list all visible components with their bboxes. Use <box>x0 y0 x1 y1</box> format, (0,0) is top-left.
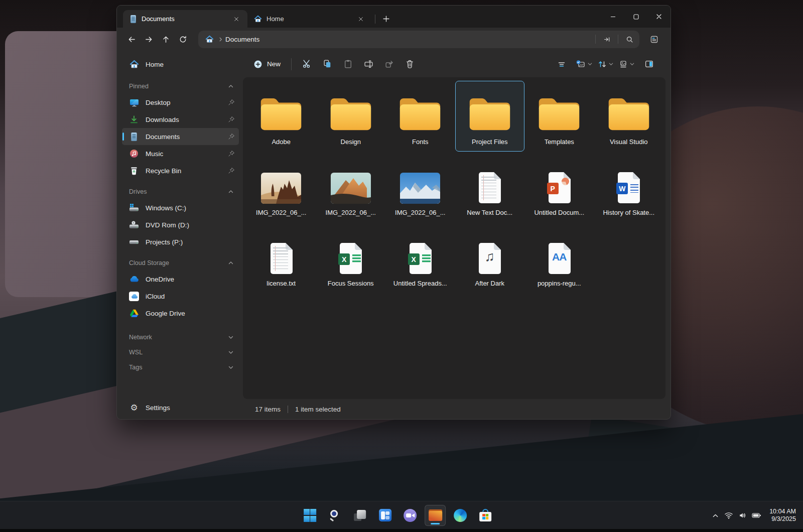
sidebar-item-projects-p[interactable]: Projects (P:) <box>122 233 239 250</box>
sidebar-item-music[interactable]: Music <box>122 145 239 162</box>
file-name: Focus Sessions <box>328 280 374 287</box>
sidebar-item-recycle-bin[interactable]: Recycle Bin <box>122 162 239 179</box>
excel-file[interactable]: X Focus Sessions <box>316 222 386 293</box>
widgets-button[interactable] <box>374 505 395 526</box>
new-tab-button[interactable] <box>378 12 393 25</box>
image-file[interactable]: IMG_2022_06_... <box>316 152 386 222</box>
drive-dvd-icon <box>129 220 139 230</box>
store-button[interactable] <box>475 505 496 526</box>
folder-design[interactable]: Design <box>316 81 386 152</box>
chat-button[interactable] <box>399 505 421 526</box>
sidebar-item-documents[interactable]: Documents <box>122 128 239 145</box>
excel-file[interactable]: X Untitled Spreads... <box>385 222 455 293</box>
back-button[interactable] <box>123 31 140 47</box>
sidebar-section-network[interactable]: Network <box>122 330 239 345</box>
text-file[interactable]: license.txt <box>246 222 316 293</box>
start-button[interactable] <box>299 505 320 526</box>
gear-icon: ⚙ <box>129 403 139 413</box>
clock[interactable]: 10:04 AM 9/3/2025 <box>769 508 796 523</box>
sidebar-item-settings[interactable]: ⚙ Settings <box>122 399 239 416</box>
tab-divider <box>375 15 375 24</box>
plus-circle-icon <box>253 60 262 69</box>
sidebar-section-tags[interactable]: Tags <box>122 360 239 375</box>
sidebar-item-windows-c[interactable]: Windows (C:) <box>122 199 239 216</box>
copy-button[interactable] <box>318 56 337 73</box>
folder-fonts[interactable]: Fonts <box>385 81 455 152</box>
tab-label: Documents <box>142 15 226 23</box>
powerpoint-file[interactable]: P Untitled Docum... <box>524 152 594 222</box>
folder-visual-studio[interactable]: Visual Studio <box>594 81 664 152</box>
cut-button[interactable] <box>298 56 316 73</box>
sidebar-item-google-drive[interactable]: Google Drive <box>122 305 239 322</box>
chevron-down-icon <box>608 61 614 67</box>
address-bar[interactable]: Documents <box>198 31 639 48</box>
tab-home[interactable]: Home <box>247 10 372 28</box>
sidebar-section-pinned[interactable]: Pinned <box>122 79 239 94</box>
folder-adobe[interactable]: Adobe <box>246 81 316 152</box>
widgets-icon <box>379 509 391 521</box>
sort-button[interactable] <box>598 60 614 69</box>
file-explorer-button[interactable] <box>425 505 446 526</box>
sidebar-item-home[interactable]: Home <box>122 56 239 73</box>
paste-button[interactable] <box>339 56 357 73</box>
share-button[interactable] <box>380 56 398 73</box>
sidebar-section-drives[interactable]: Drives <box>122 184 239 199</box>
folder-project-files-selected[interactable]: Project Files <box>455 81 525 152</box>
status-center-icon[interactable] <box>645 31 662 47</box>
minimize-button[interactable] <box>601 6 624 28</box>
files-app-icon <box>429 509 442 521</box>
preview-pane-toggle[interactable] <box>640 56 658 73</box>
close-tab-icon[interactable] <box>230 13 242 25</box>
sidebar-item-dvd-d[interactable]: DVD Rom (D:) <box>122 216 239 233</box>
sidebar: Home Pinned Desktop Downloads <box>117 51 243 419</box>
rename-icon <box>364 59 373 69</box>
maximize-button[interactable] <box>624 6 647 28</box>
wifi-icon[interactable] <box>724 511 733 519</box>
window-body: Home Pinned Desktop Downloads <box>117 51 671 419</box>
excel-file-icon: X <box>337 242 364 275</box>
word-file[interactable]: W History of Skate... <box>594 152 664 222</box>
show-hidden-icons-button[interactable] <box>712 512 719 519</box>
sidebar-item-onedrive[interactable]: OneDrive <box>122 271 239 288</box>
edge-button[interactable] <box>450 505 471 526</box>
task-view-button[interactable] <box>349 505 370 526</box>
tab-documents[interactable]: Documents <box>123 10 247 28</box>
image-file[interactable]: IMG_2022_06_... <box>385 152 455 222</box>
go-to-icon[interactable] <box>600 32 614 46</box>
chevron-right-icon <box>218 37 223 42</box>
close-tab-icon[interactable] <box>355 13 367 25</box>
rename-button[interactable] <box>359 56 378 73</box>
drive-windows-icon <box>129 203 139 213</box>
text-file[interactable]: New Text Doc... <box>455 152 525 222</box>
battery-icon[interactable] <box>752 511 761 519</box>
sidebar-item-desktop[interactable]: Desktop <box>122 94 239 111</box>
refresh-button[interactable] <box>174 31 191 47</box>
folder-templates[interactable]: Templates <box>524 81 594 152</box>
new-button[interactable]: New <box>249 56 285 73</box>
sidebar-item-label: Desktop <box>146 99 221 106</box>
word-file-icon: W <box>615 171 642 204</box>
plus-icon <box>383 16 389 22</box>
forward-button[interactable] <box>140 31 157 47</box>
folder-icon <box>328 95 374 133</box>
sidebar-item-icloud[interactable]: iCloud <box>122 288 239 305</box>
search-button[interactable] <box>324 505 345 526</box>
sidebar-section-wsl[interactable]: WSL <box>122 345 239 360</box>
select-view-button[interactable] <box>576 60 593 69</box>
close-button[interactable] <box>647 6 671 28</box>
volume-icon[interactable] <box>738 511 747 519</box>
audio-file[interactable]: ♫ After Dark <box>455 222 525 293</box>
delete-button[interactable] <box>400 56 419 73</box>
layout-button[interactable] <box>619 60 635 69</box>
sidebar-item-label: Windows (C:) <box>146 204 235 212</box>
filter-button[interactable] <box>553 56 571 73</box>
file-name: license.txt <box>266 280 296 287</box>
sidebar-item-downloads[interactable]: Downloads <box>122 111 239 128</box>
file-name: IMG_2022_06_... <box>326 209 376 216</box>
sidebar-section-cloud-storage[interactable]: Cloud Storage <box>122 255 239 271</box>
up-button[interactable] <box>157 31 174 47</box>
image-file[interactable]: IMG_2022_06_... <box>246 152 316 222</box>
breadcrumb[interactable]: Documents <box>225 36 259 43</box>
search-icon[interactable] <box>622 32 636 46</box>
font-file[interactable]: AA poppins-regu... <box>524 222 594 293</box>
